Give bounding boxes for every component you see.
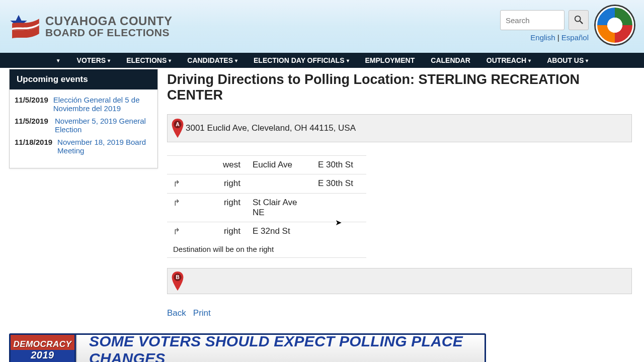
origin-address-text: 3001 Euclid Ave, Cleveland, OH 44115, US… [186,123,356,133]
upcoming-events-panel: Upcoming events 11/5/2019 Elección Gener… [9,69,158,168]
site-title: CUYAHOGA COUNTY BOARD OF ELECTIONS [45,15,172,38]
back-link[interactable]: Back [167,308,186,318]
svg-point-1 [575,16,581,21]
site-header: CUYAHOGA COUNTY BOARD OF ELECTIONS Engli… [0,0,644,53]
site-title-line1: CUYAHOGA COUNTY [45,15,172,27]
chyron-headline-bar: SOME VOTERS SHOULD EXPECT POLLING PLACE … [76,335,485,362]
event-link[interactable]: Elección General del 5 de Noviembre del … [53,96,152,113]
maneuver-text: right [186,194,247,222]
county-seal-icon [596,6,634,44]
nav-outreach[interactable]: OUTREACH▾ [487,56,531,64]
map-pin-b-icon: B [172,272,184,291]
destination-address-box: B [167,268,632,294]
action-links: Back Print [167,308,632,318]
search-icon [574,15,583,26]
page-title: Driving Directions to Polling Location: … [167,72,632,103]
chyron-headline: SOME VOTERS SHOULD EXPECT POLLING PLACE … [89,333,485,362]
lang-espanol-link[interactable]: Español [561,33,589,42]
nav-elections[interactable]: ELECTIONS▾ [126,56,171,64]
language-switch: English | Español [500,33,589,42]
nav-calendar[interactable]: CALENDAR [431,56,470,64]
search-input[interactable] [500,10,565,30]
direction-step: ↱ right St Clair Ave NE [167,194,366,222]
destination-note-row: Destination will be on the right [167,241,366,258]
turn-right-icon: ↱ [167,222,186,241]
direction-step: west Euclid Ave E 30th St [167,156,366,174]
destination-note: Destination will be on the right [167,241,366,258]
nav-home-dropdown[interactable]: ▼ [56,58,61,63]
nav-about-us[interactable]: ABOUT US▾ [547,56,588,64]
site-logo: CUYAHOGA COUNTY BOARD OF ELECTIONS [10,14,172,39]
main-nav: ▼ VOTERS▾ ELECTIONS▾ CANDIDATES▾ ELECTIO… [0,53,644,68]
event-row: 11/5/2019 Elección General del 5 de Novi… [15,96,152,113]
road-name [312,222,366,241]
road-name: E 32nd St [247,222,312,241]
search-button[interactable] [569,10,589,30]
road-name: St Clair Ave NE [247,194,312,222]
nav-election-day-officials[interactable]: ELECTION DAY OFFICIALS▾ [254,56,349,64]
print-link[interactable]: Print [193,308,211,318]
header-utilities: English | Español [500,10,589,42]
direction-step: ↱ right E 30th St [167,174,366,194]
maneuver-text: west [186,156,247,174]
direction-step: ↱ right E 32nd St [167,222,366,241]
map-pin-a-icon: A [172,119,184,138]
turn-icon [167,156,186,174]
nav-voters[interactable]: VOTERS▾ [77,56,111,64]
event-date: 11/5/2019 [15,96,48,113]
event-link[interactable]: November 18, 2019 Board Meeting [57,138,152,155]
road-name: E 30th St [312,156,366,174]
origin-address-box: A 3001 Euclid Ave, Cleveland, OH 44115, … [167,114,632,142]
turn-right-icon: ↱ [167,194,186,222]
news-chyron: DEMOCRACY 2019 SOME VOTERS SHOULD EXPECT… [9,333,486,362]
chyron-brand: DEMOCRACY 2019 [11,335,76,362]
road-name: E 30th St [312,174,366,194]
svg-line-2 [580,21,583,23]
lang-english-link[interactable]: English [530,33,555,42]
turn-right-icon: ↱ [167,174,186,194]
nav-employment[interactable]: EMPLOYMENT [365,56,415,64]
event-row: 11/18/2019 November 18, 2019 Board Meeti… [15,138,152,155]
chyron-brand-top: DEMOCRACY [14,339,72,349]
event-row: 11/5/2019 November 5, 2019 General Elect… [15,117,152,134]
caret-down-icon: ▾ [108,58,110,63]
road-name [247,174,312,194]
event-date: 11/18/2019 [15,138,52,155]
svg-text:B: B [176,275,180,280]
caret-down-icon: ▼ [56,58,61,63]
maneuver-text: right [186,222,247,241]
caret-down-icon: ▾ [586,58,588,63]
site-title-line2: BOARD OF ELECTIONS [45,27,172,38]
nav-candidates[interactable]: CANDIDATES▾ [187,56,237,64]
caret-down-icon: ▾ [235,58,237,63]
flag-icon [10,14,40,39]
upcoming-events-heading: Upcoming events [10,69,157,89]
event-date: 11/5/2019 [15,117,50,134]
chyron-brand-year: 2019 [31,349,54,361]
directions-table: west Euclid Ave E 30th St ↱ right E 30th… [167,155,366,258]
caret-down-icon: ▾ [528,58,531,63]
road-name [312,194,366,222]
road-name: Euclid Ave [247,156,312,174]
svg-text:A: A [176,122,180,127]
caret-down-icon: ▾ [169,58,171,63]
event-link[interactable]: November 5, 2019 General Election [55,117,152,134]
caret-down-icon: ▾ [347,58,349,63]
maneuver-text: right [186,174,247,194]
